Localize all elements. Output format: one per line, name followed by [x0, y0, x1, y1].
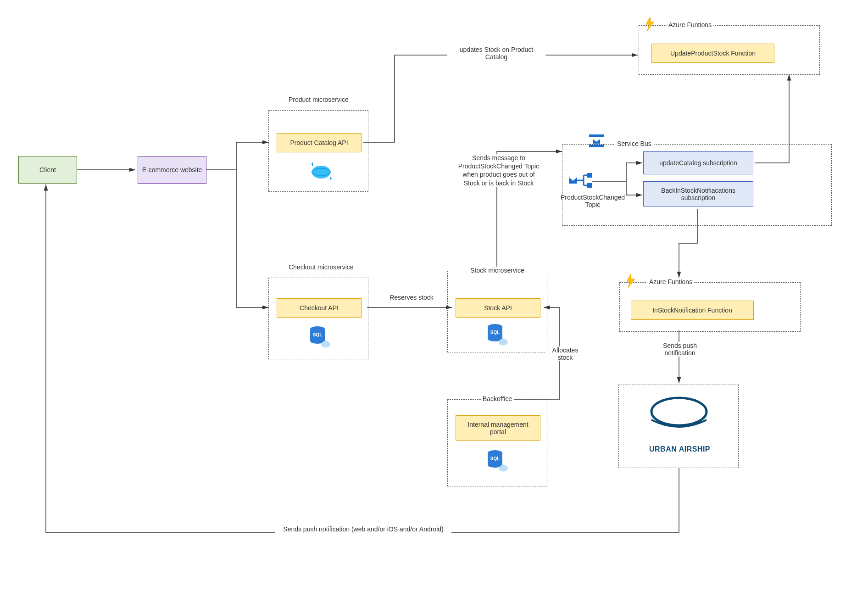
product-group-label: Product microservice — [287, 96, 350, 103]
azure-fn2-label: Azure Funtions — [647, 278, 694, 285]
topic-icon — [568, 170, 592, 193]
svg-point-4 — [312, 166, 330, 179]
stock-api-node: Stock API — [456, 298, 540, 318]
instock-notification-fn-label: InStockNotification Function — [652, 307, 732, 314]
azure-fn1-label: Azure Funtions — [667, 21, 713, 28]
sends-message-label: Sends message to ProductStockChanged Top… — [454, 154, 543, 187]
svg-text:SQL: SQL — [490, 456, 500, 461]
svg-rect-14 — [589, 134, 604, 137]
servicebus-icon — [587, 133, 606, 151]
ecommerce-label: E-commerce website — [142, 166, 202, 173]
urban-airship-label: URBAN AIRSHIP — [649, 445, 710, 453]
azure-functions-icon-2 — [623, 273, 639, 290]
cosmosdb-icon — [307, 158, 335, 185]
internal-portal-label: Internal management portal — [460, 421, 536, 436]
checkout-api-node: Checkout API — [277, 298, 362, 318]
checkout-api-label: Checkout API — [300, 304, 339, 312]
sql-icon-stock: SQL — [485, 321, 510, 348]
update-product-stock-fn-label: UpdateProductStock Function — [670, 50, 756, 57]
instock-notification-fn-node: InStockNotification Function — [631, 301, 754, 320]
ecommerce-node: E-commerce website — [138, 156, 206, 184]
back-in-stock-sub-label: BackInStockNotifiacations subscription — [647, 187, 749, 201]
backoffice-group-label: Backoffice — [481, 395, 514, 402]
topic-label: ProductStockChanged Topic — [557, 194, 628, 208]
sql-icon-checkout: SQL — [307, 324, 333, 350]
product-catalog-api-label: Product Catalog API — [290, 139, 348, 146]
checkout-group-label: Checkout microservice — [287, 263, 350, 271]
stock-api-label: Stock API — [484, 304, 512, 312]
update-catalog-sub-label: updateCatalog subscription — [659, 159, 737, 167]
internal-portal-node: Internal management portal — [456, 415, 540, 441]
back-in-stock-sub-node: BackInStockNotifiacations subscription — [643, 181, 753, 207]
allocates-stock-label: Allocates stock — [546, 346, 584, 361]
svg-text:SQL: SQL — [490, 330, 500, 335]
svg-rect-15 — [589, 145, 604, 147]
svg-point-24 — [651, 398, 707, 425]
svg-text:SQL: SQL — [313, 332, 323, 337]
svg-rect-23 — [587, 183, 592, 188]
service-bus-group-label: Service Bus — [615, 140, 653, 147]
sql-icon-backoffice: SQL — [485, 447, 510, 474]
update-catalog-sub-node: updateCatalog subscription — [643, 151, 753, 174]
update-product-stock-fn-node: UpdateProductStock Function — [651, 44, 774, 63]
sends-push-label: Sends push notification — [651, 342, 708, 357]
client-label: Client — [39, 166, 56, 173]
product-catalog-api-node: Product Catalog API — [277, 133, 362, 152]
stock-group-label: Stock microservice — [468, 267, 526, 274]
svg-marker-7 — [330, 177, 332, 180]
updates-stock-label: updates Stock on Product Catalog — [447, 46, 545, 61]
sends-push-web-label: Sends push notification (web and/or iOS … — [275, 525, 451, 533]
azure-functions-icon-1 — [642, 16, 658, 33]
svg-rect-22 — [587, 173, 592, 178]
svg-marker-6 — [312, 162, 313, 167]
reserves-stock-label: Reserves stock — [388, 294, 435, 301]
client-node: Client — [18, 156, 77, 184]
urban-airship-icon — [642, 392, 716, 444]
